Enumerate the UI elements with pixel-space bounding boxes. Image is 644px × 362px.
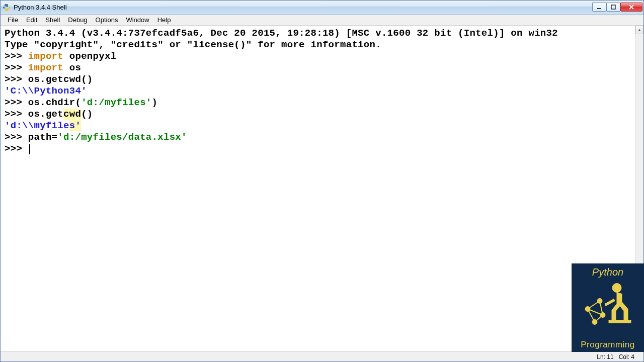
prompt: >>> [5,97,28,108]
text-cursor [29,144,30,154]
watermark-graphic [578,278,638,340]
code-text: openpyxl [63,51,116,62]
svg-rect-0 [597,8,601,9]
menu-shell[interactable]: Shell [41,15,64,25]
svg-point-9 [585,307,590,312]
svg-point-11 [592,320,597,325]
idle-window: Python 3.4.4 Shell File Edit Shell Debug… [0,0,644,362]
prompt: >>> [5,62,28,73]
minimize-button[interactable] [592,3,606,12]
svg-point-12 [600,313,605,318]
code-text: path= [28,132,58,143]
watermark-subtitle: Programming [581,340,635,350]
code-text: ) [152,97,158,108]
banner-line-2: Type "copyright", "credits" or "license(… [5,39,381,50]
prompt: >>> [5,109,28,120]
prompt: >>> [5,143,28,154]
code-text: os.getcwd() [28,74,93,85]
prompt: >>> [5,132,28,143]
close-button[interactable] [620,3,642,12]
svg-rect-1 [611,5,615,9]
code-text: os.get [28,109,63,120]
titlebar[interactable]: Python 3.4.4 Shell [1,1,643,15]
string-literal: 'd:/myfiles' [81,97,151,108]
shell-text-area[interactable]: Python 3.4.4 (v3.4.4:737efcadf5a6, Dec 2… [1,26,635,351]
output-text: 'd:\\myfile [5,120,69,131]
window-title: Python 3.4.4 Shell [14,4,592,11]
menubar: File Edit Shell Debug Options Window Hel… [1,15,643,26]
svg-point-10 [597,299,602,304]
code-text: () [81,109,93,120]
banner-line-1: Python 3.4.4 (v3.4.4:737efcadf5a6, Dec 2… [5,28,558,39]
menu-edit[interactable]: Edit [22,15,41,25]
statusbar: Ln: 11 Col: 4 [1,351,643,361]
svg-rect-3 [609,320,631,323]
keyword-import: import [28,62,63,73]
watermark-logo: Python Programming [572,263,644,352]
menu-debug[interactable]: Debug [64,15,91,25]
code-text: os [63,62,81,73]
scroll-up-button[interactable]: ▲ [635,26,643,34]
python-icon [3,4,11,12]
highlighted-text: cwd [63,109,81,120]
menu-options[interactable]: Options [92,15,122,25]
string-literal: 'd:/myfiles/data.xlsx' [57,132,187,143]
status-line: Ln: 11 [597,353,613,360]
content-wrap: Python 3.4.4 (v3.4.4:737efcadf5a6, Dec 2… [1,26,643,351]
menu-help[interactable]: Help [153,15,175,25]
menu-file[interactable]: File [4,15,22,25]
menu-window[interactable]: Window [122,15,153,25]
window-controls [592,3,642,13]
watermark-title: Python [592,266,623,278]
maximize-button[interactable] [606,3,620,12]
prompt: >>> [5,74,28,85]
keyword-import: import [28,51,63,62]
code-text: os.chdir( [28,97,81,108]
highlighted-output: s' [69,120,81,131]
svg-point-2 [612,284,621,293]
output-text: 'C:\\Python34' [5,85,87,97]
prompt: >>> [5,51,28,62]
status-col: Col: 4 [619,353,634,360]
